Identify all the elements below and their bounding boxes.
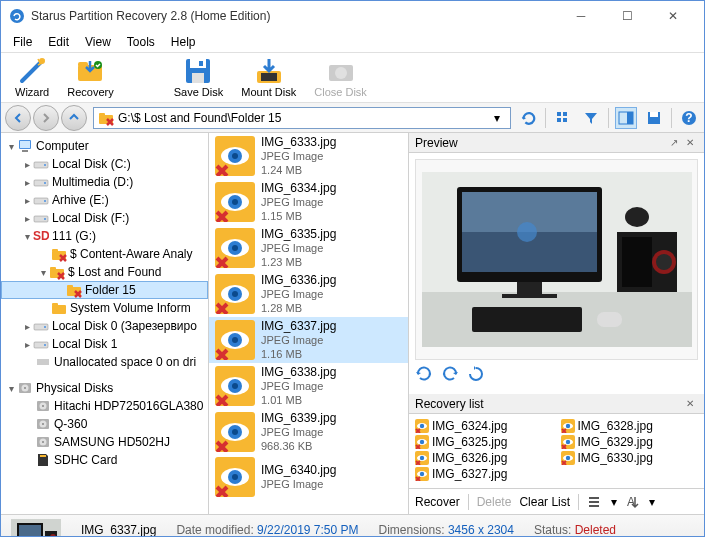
recovery-item[interactable]: IMG_6330.jpg: [561, 450, 699, 466]
tree-physical[interactable]: ▾Physical Disks: [1, 379, 208, 397]
preview-toggle-button[interactable]: [615, 107, 637, 129]
svg-rect-54: [622, 237, 652, 287]
refresh-button[interactable]: [517, 107, 539, 129]
recovery-list-panel: Recovery list ✕ IMG_6324.jpgIMG_6328.jpg…: [409, 394, 704, 514]
minimize-button[interactable]: ─: [558, 1, 604, 31]
tree-local-c[interactable]: ▸Local Disk (C:): [1, 155, 208, 173]
maximize-button[interactable]: ☐: [604, 1, 650, 31]
folder-icon: [98, 110, 114, 126]
status-modified: 9/22/2019 7:50 PM: [257, 523, 358, 537]
tree-computer[interactable]: ▾Computer: [1, 137, 208, 155]
recovery-item-name: IMG_6327.jpg: [432, 467, 507, 481]
svg-text:SD: SD: [33, 229, 49, 243]
recovery-item[interactable]: IMG_6326.jpg: [415, 450, 553, 466]
tree-localdisk1[interactable]: ▸Local Disk 1: [1, 335, 208, 353]
clearlist-button[interactable]: Clear List: [519, 495, 570, 509]
svg-point-32: [10, 9, 24, 23]
file-size: 1.23 MB: [261, 255, 336, 269]
address-dropdown[interactable]: ▾: [494, 111, 506, 125]
address-path: G:\$ Lost and Found\Folder 15: [118, 111, 494, 125]
svg-rect-34: [563, 112, 567, 116]
recovery-list-header: Recovery list ✕: [409, 394, 704, 414]
file-thumbnail-icon: [215, 136, 255, 176]
file-item[interactable]: IMG_6333.jpg JPEG Image 1.24 MB: [209, 133, 408, 179]
nav-up-button[interactable]: [61, 105, 87, 131]
tree-content-aware[interactable]: $ Content-Aware Analy: [1, 245, 208, 263]
recovery-item[interactable]: IMG_6328.jpg: [561, 418, 699, 434]
recovery-list-close-button[interactable]: ✕: [682, 396, 698, 412]
wizard-icon: [18, 57, 46, 85]
menu-file[interactable]: File: [5, 33, 40, 51]
file-size: 1.01 MB: [261, 393, 336, 407]
tree-hitachi[interactable]: Hitachi HDP725016GLA380: [1, 397, 208, 415]
file-name: IMG_6340.jpg: [261, 463, 336, 477]
filter-button[interactable]: [580, 107, 602, 129]
recovery-item[interactable]: IMG_6329.jpg: [561, 434, 699, 450]
file-item[interactable]: IMG_6339.jpg JPEG Image 968.36 KB: [209, 409, 408, 455]
tree-sysvol[interactable]: System Volume Inform: [1, 299, 208, 317]
separator: [608, 108, 609, 128]
file-name: IMG_6339.jpg: [261, 411, 336, 425]
file-item[interactable]: IMG_6338.jpg JPEG Image 1.01 MB: [209, 363, 408, 409]
file-icon: [415, 467, 429, 481]
recovery-item[interactable]: IMG_6327.jpg: [415, 466, 553, 482]
status-filename: IMG_6337.jpg: [81, 523, 156, 537]
menu-edit[interactable]: Edit: [40, 33, 77, 51]
tree-folder-15[interactable]: Folder 15: [1, 281, 208, 299]
svg-rect-40: [650, 112, 658, 117]
list-view-button[interactable]: [587, 494, 603, 510]
rotate-right-button[interactable]: [441, 365, 459, 383]
rotate-180-button[interactable]: [467, 365, 485, 383]
address-input[interactable]: G:\$ Lost and Found\Folder 15 ▾: [93, 107, 511, 129]
nav-back-button[interactable]: [5, 105, 31, 131]
tree-111-g[interactable]: ▾SD111 (G:): [1, 227, 208, 245]
file-type: JPEG Image: [261, 195, 336, 209]
file-icon: [561, 419, 575, 433]
file-thumbnail-icon: [215, 228, 255, 268]
mountdisk-button[interactable]: Mount Disk: [233, 55, 304, 100]
svg-text:A: A: [627, 495, 635, 509]
recovery-item[interactable]: IMG_6324.jpg: [415, 418, 553, 434]
tree-arhive-e[interactable]: ▸Arhive (E:): [1, 191, 208, 209]
tree-lost-found[interactable]: ▾$ Lost and Found: [1, 263, 208, 281]
tree-unalloc[interactable]: Unallocated space 0 on dri: [1, 353, 208, 371]
recovery-item-name: IMG_6330.jpg: [578, 451, 653, 465]
tree-local-f[interactable]: ▸Local Disk (F:): [1, 209, 208, 227]
file-item[interactable]: IMG_6335.jpg JPEG Image 1.23 MB: [209, 225, 408, 271]
status-status: Deleted: [575, 523, 616, 537]
recovery-item[interactable]: IMG_6325.jpg: [415, 434, 553, 450]
main-area: ▾Computer ▸Local Disk (C:) ▸Multimedia (…: [1, 133, 704, 514]
file-size: 1.28 MB: [261, 301, 336, 315]
tree-localdisk0[interactable]: ▸Local Disk 0 (Зарезервиро: [1, 317, 208, 335]
menu-tools[interactable]: Tools: [119, 33, 163, 51]
save-button[interactable]: [643, 107, 665, 129]
file-item[interactable]: IMG_6334.jpg JPEG Image 1.15 MB: [209, 179, 408, 225]
file-item[interactable]: IMG_6337.jpg JPEG Image 1.16 MB: [209, 317, 408, 363]
tree-samsung[interactable]: SAMSUNG HD502HJ: [1, 433, 208, 451]
view-button[interactable]: [552, 107, 574, 129]
close-button[interactable]: ✕: [650, 1, 696, 31]
tree-sdhc[interactable]: SDHC Card: [1, 451, 208, 469]
menu-view[interactable]: View: [77, 33, 119, 51]
tree-q360[interactable]: Q-360: [1, 415, 208, 433]
savedisk-button[interactable]: Save Disk: [166, 55, 232, 100]
menu-help[interactable]: Help: [163, 33, 204, 51]
file-item[interactable]: IMG_6340.jpg JPEG Image: [209, 455, 408, 499]
recovery-item-name: IMG_6324.jpg: [432, 419, 507, 433]
tree-multimedia-d[interactable]: ▸Multimedia (D:): [1, 173, 208, 191]
sort-button[interactable]: A: [625, 494, 641, 510]
recovery-button[interactable]: Recovery: [59, 55, 121, 100]
file-thumbnail-icon: [215, 274, 255, 314]
preview-popout-button[interactable]: ↗: [666, 135, 682, 151]
file-icon: [415, 451, 429, 465]
preview-close-button[interactable]: ✕: [682, 135, 698, 151]
help-button[interactable]: ?: [678, 107, 700, 129]
rotate-controls: [415, 360, 698, 388]
recover-button[interactable]: Recover: [415, 495, 460, 509]
nav-forward-button[interactable]: [33, 105, 59, 131]
separator: [545, 108, 546, 128]
wizard-button[interactable]: Wizard: [7, 55, 57, 100]
file-item[interactable]: IMG_6336.jpg JPEG Image 1.28 MB: [209, 271, 408, 317]
rotate-left-button[interactable]: [415, 365, 433, 383]
file-icon: [561, 451, 575, 465]
